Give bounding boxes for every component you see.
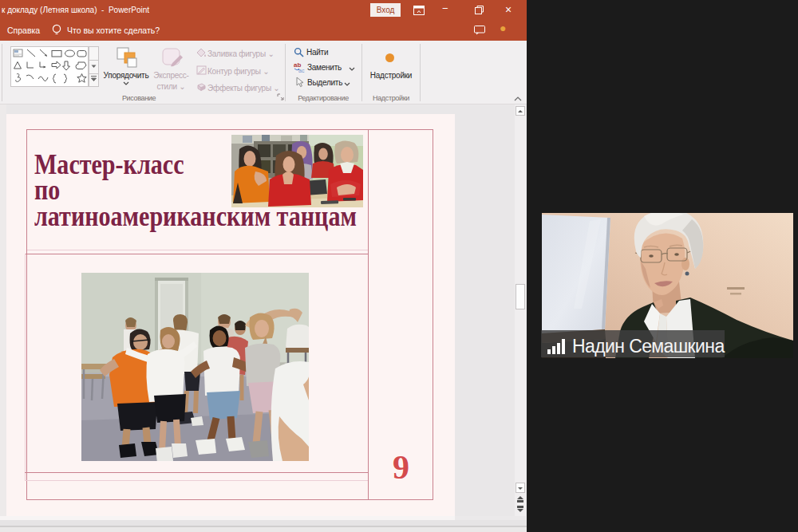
svg-text:ac: ac <box>298 68 305 73</box>
